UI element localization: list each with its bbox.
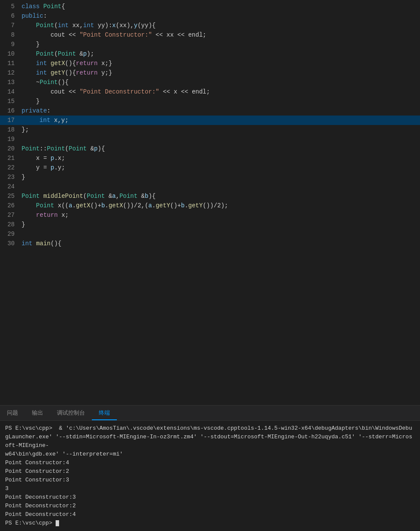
token: p <box>50 164 54 171</box>
token: { <box>61 3 65 10</box>
code-line: 23} <box>0 172 420 182</box>
token <box>22 50 36 57</box>
token: getX <box>109 202 123 209</box>
code-line: 17 int x,y; <box>0 116 420 125</box>
token: ); <box>87 50 94 57</box>
line-content: int main(){ <box>22 239 420 248</box>
token: return <box>76 60 97 67</box>
panel-tab[interactable]: 终端 <box>92 406 117 420</box>
line-number: 11 <box>0 59 22 68</box>
token: int <box>83 22 94 29</box>
token: (xx), <box>116 22 134 29</box>
token: p <box>50 155 54 162</box>
token: ( <box>54 22 58 29</box>
token: Point <box>69 145 87 152</box>
line-number: 10 <box>0 49 22 59</box>
token: x,y; <box>50 117 69 124</box>
token: Point <box>119 193 138 200</box>
token <box>22 69 36 76</box>
terminal-line: w64\bin\gdb.exe' '--interpreter=mi' <box>5 450 415 459</box>
token: } <box>22 221 25 228</box>
line-content: public: <box>22 11 420 21</box>
token: getX <box>50 60 65 67</box>
token: (){ <box>58 79 69 86</box>
line-content: int getX(){return x;} <box>22 59 420 68</box>
panel-tab[interactable]: 问题 <box>0 406 25 420</box>
token <box>25 117 40 124</box>
line-content <box>22 182 420 191</box>
line-number: 9 <box>0 40 22 49</box>
token <box>47 60 50 67</box>
code-line: 13 ~Point(){ <box>0 78 420 87</box>
token: private <box>22 107 47 114</box>
terminal-line: Point Constructor:4 <box>5 459 415 467</box>
token <box>47 69 50 76</box>
token: "Point Deconstructor:" <box>79 88 159 95</box>
line-content: cout << "Point Deconstructor:" << x << e… <box>22 87 420 97</box>
line-number: 6 <box>0 11 22 21</box>
code-line: 30int main(){ <box>0 239 420 248</box>
token: ())/2,( <box>123 202 148 209</box>
terminal-area[interactable]: PS E:\vsc\cpp> & 'c:\Users\AmosTian\.vsc… <box>0 421 420 531</box>
line-number: 26 <box>0 201 22 210</box>
token: b <box>181 202 185 209</box>
token: ())/2); <box>203 202 228 209</box>
token: xx, <box>69 22 83 29</box>
token: getY <box>188 202 203 209</box>
terminal-line: Point Deconstructor:2 <box>5 502 415 510</box>
token: int <box>40 117 50 124</box>
line-number: 30 <box>0 239 22 248</box>
panel-tab[interactable]: 调试控制台 <box>50 406 92 420</box>
token: return <box>36 212 58 219</box>
line-content: Point(Point &p); <box>22 49 420 59</box>
line-number: 5 <box>0 2 22 11</box>
code-line: 5class Point{ <box>0 2 420 11</box>
token <box>22 22 36 29</box>
token <box>22 212 36 219</box>
token: x; <box>58 212 69 219</box>
token: yy): <box>94 22 112 29</box>
token: a <box>148 202 152 209</box>
token: & <box>87 145 94 152</box>
line-content: int getY(){return y;} <box>22 68 420 78</box>
token: int <box>58 22 69 29</box>
line-content <box>22 229 420 239</box>
panel-tab[interactable]: 输出 <box>25 406 50 420</box>
token: } <box>22 98 40 105</box>
line-number: 22 <box>0 163 22 172</box>
token: return <box>76 69 97 76</box>
line-number: 27 <box>0 210 22 220</box>
token: int <box>36 69 47 76</box>
line-number: 15 <box>0 97 22 106</box>
token: Point <box>36 22 54 29</box>
token: . <box>105 202 108 209</box>
token: x <box>112 22 116 29</box>
line-number: 20 <box>0 144 22 153</box>
token: << x << endl; <box>159 88 210 95</box>
code-line: 16private: <box>0 106 420 116</box>
code-line: 8 cout << "Point Constructor:" << xx << … <box>0 30 420 40</box>
code-line: 19 <box>0 134 420 144</box>
token: class <box>22 3 43 10</box>
token: Point <box>87 193 105 200</box>
code-line: 20Point::Point(Point &p){ <box>0 144 420 153</box>
token: p <box>83 50 87 57</box>
token: ~ <box>22 79 40 86</box>
line-number: 13 <box>0 78 22 87</box>
token: (){ <box>65 69 76 76</box>
token: & <box>138 193 145 200</box>
line-content: y = p.y; <box>22 163 420 172</box>
token: : <box>47 107 50 114</box>
token: , <box>116 193 119 200</box>
terminal-line: PS E:\vsc\cpp> & 'c:\Users\AmosTian\.vsc… <box>5 424 415 450</box>
token: getX <box>76 202 91 209</box>
line-content: private: <box>22 106 420 116</box>
code-line: 24 <box>0 182 420 191</box>
terminal-line: 3 <box>5 484 415 493</box>
line-content: int x,y; <box>22 116 420 125</box>
code-container: 5class Point{6public:7 Point(int xx,int … <box>0 0 420 248</box>
line-content: Point middlePoint(Point &a,Point &b){ <box>22 191 420 201</box>
line-content: Point(int xx,int yy):x(xx),y(yy){ <box>22 21 420 30</box>
token: . <box>185 202 188 209</box>
token: << xx << endl; <box>152 31 206 38</box>
